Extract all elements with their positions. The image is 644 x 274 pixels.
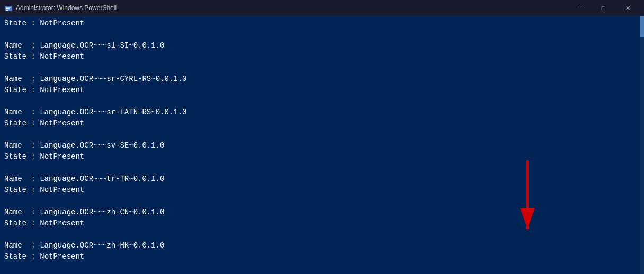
arrow-annotation: [496, 160, 559, 245]
console-key: Name: [4, 41, 22, 50]
titlebar-title: Administrator: Windows PowerShell: [16, 4, 567, 12]
console-val: NotPresent: [40, 119, 84, 127]
console-key: State: [4, 219, 26, 227]
console-line: State : NotPresent: [4, 251, 640, 262]
console-line: [4, 129, 640, 140]
console-sep: :: [22, 108, 40, 116]
console-sep: :: [26, 19, 40, 28]
titlebar-icon: [4, 4, 13, 12]
console-line: [4, 29, 640, 40]
console-sep: :: [22, 175, 40, 183]
console-val: NotPresent: [40, 252, 84, 261]
console-val: NotPresent: [40, 19, 84, 28]
console-val: Language.OCR~~~zh-CN~0.0.1.0: [40, 208, 164, 216]
console-line: State : NotPresent: [4, 118, 640, 129]
console-area: State : NotPresentName : Language.OCR~~~…: [0, 16, 644, 274]
console-sep: :: [22, 141, 40, 150]
console-key: State: [4, 252, 26, 261]
console-sep: :: [22, 208, 40, 216]
console-key: Name: [4, 208, 22, 216]
console-val: NotPresent: [40, 152, 84, 161]
console-key: Name: [4, 175, 22, 183]
console-sep: :: [22, 241, 40, 250]
console-line: State : NotPresent: [4, 51, 640, 62]
console-line: [4, 96, 640, 107]
console-sep: :: [26, 219, 40, 227]
console-line: Name : Language.OCR~~~sv-SE~0.0.1.0: [4, 140, 640, 151]
svg-rect-3: [6, 10, 8, 11]
svg-rect-1: [6, 7, 11, 7]
close-button[interactable]: ✕: [615, 0, 640, 16]
console-sep: :: [26, 152, 40, 161]
console-key: State: [4, 86, 26, 94]
console-key: State: [4, 152, 26, 161]
console-sep: :: [22, 75, 40, 83]
titlebar: Administrator: Windows PowerShell ─ □ ✕: [0, 0, 644, 16]
console-val: NotPresent: [40, 86, 84, 94]
console-sep: :: [26, 252, 40, 261]
console-sep: :: [26, 52, 40, 61]
console-line: Name : Language.OCR~~~sl-SI~0.0.1.0: [4, 40, 640, 51]
console-val: Language.OCR~~~zh-HK~0.0.1.0: [40, 241, 164, 250]
console-key: State: [4, 52, 26, 61]
console-sep: :: [26, 86, 40, 94]
console-val: NotPresent: [40, 186, 84, 194]
console-sep: :: [26, 119, 40, 127]
console-key: State: [4, 186, 26, 194]
console-key: Name: [4, 141, 22, 150]
console-key: Name: [4, 241, 22, 250]
console-line: [4, 262, 640, 273]
console-key: State: [4, 119, 26, 127]
console-sep: :: [26, 186, 40, 194]
console-key: State: [4, 19, 26, 28]
scrollbar-thumb[interactable]: [640, 16, 644, 37]
console-val: Language.OCR~~~sv-SE~0.0.1.0: [40, 141, 164, 150]
console-val: Language.OCR~~~sl-SI~0.0.1.0: [40, 41, 164, 50]
console-val: NotPresent: [40, 219, 84, 227]
console-val: Language.OCR~~~sr-CYRL-RS~0.0.1.0: [40, 75, 186, 83]
console-val: Language.OCR~~~sr-LATN-RS~0.0.1.0: [40, 108, 186, 116]
console-val: Language.OCR~~~tr-TR~0.0.1.0: [40, 175, 164, 183]
console-sep: :: [22, 41, 40, 50]
console-line: Name : Language.OCR~~~sr-LATN-RS~0.0.1.0: [4, 107, 640, 118]
scrollbar[interactable]: [640, 16, 644, 274]
console-line: Name : Language.OCR~~~sr-CYRL-RS~0.0.1.0: [4, 74, 640, 85]
titlebar-controls: ─ □ ✕: [567, 0, 640, 16]
console-line: State : NotPresent: [4, 85, 640, 96]
maximize-button[interactable]: □: [591, 0, 615, 16]
console-line: [4, 62, 640, 74]
console-key: Name: [4, 75, 22, 83]
console-key: Name: [4, 108, 22, 116]
console-val: NotPresent: [40, 52, 84, 61]
minimize-button[interactable]: ─: [567, 0, 591, 16]
svg-rect-2: [6, 8, 10, 9]
console-line: State : NotPresent: [4, 18, 640, 29]
